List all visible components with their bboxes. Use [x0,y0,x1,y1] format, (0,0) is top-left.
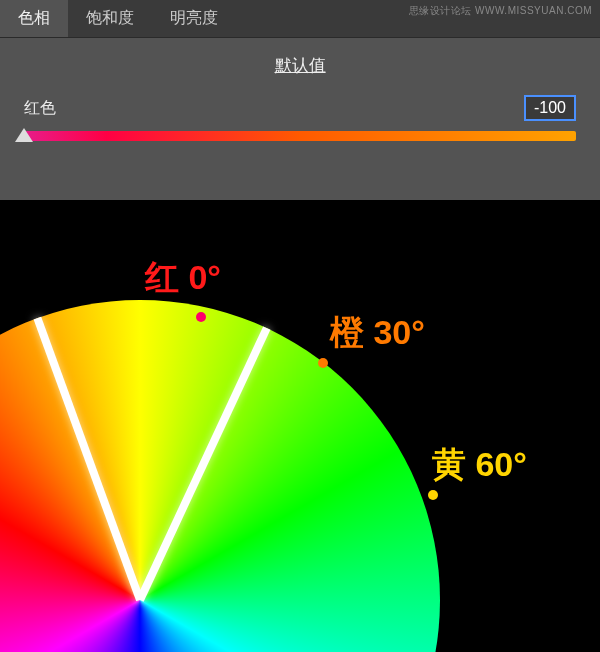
tab-saturation[interactable]: 饱和度 [68,0,152,37]
wheel-line-right [136,326,270,601]
hsl-panel: 思缘设计论坛 WWW.MISSYUAN.COM 色相 饱和度 明亮度 默认值 红… [0,0,600,200]
default-link[interactable]: 默认值 [275,56,326,75]
tab-lightness[interactable]: 明亮度 [152,0,236,37]
slider-track-red[interactable] [24,131,576,141]
watermark-text: 思缘设计论坛 WWW.MISSYUAN.COM [409,4,592,18]
dot-yellow [428,490,438,500]
dot-orange [318,358,328,368]
tab-hue[interactable]: 色相 [0,0,68,37]
wheel-line-left [34,317,144,602]
slider-value-red[interactable]: -100 [524,95,576,121]
red-slider-row: 红色 -100 [0,95,600,141]
label-yellow: 黄 60° [432,442,527,488]
slider-label-red: 红色 [24,98,56,119]
label-red: 红 0° [145,255,221,301]
color-wheel-diagram: 红 0° 橙 30° 黄 60° [0,200,600,652]
slider-thumb-red[interactable] [15,128,33,142]
label-orange: 橙 30° [330,310,425,356]
dot-red [196,312,206,322]
